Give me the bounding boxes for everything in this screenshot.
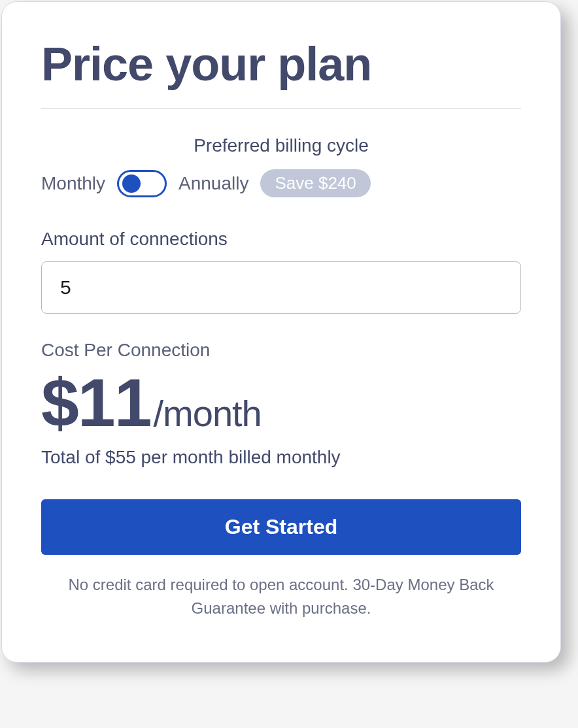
cost-per-connection-label: Cost Per Connection xyxy=(41,340,521,361)
price-period: /month xyxy=(154,392,262,435)
connections-input[interactable] xyxy=(41,261,521,314)
save-badge: Save $240 xyxy=(260,169,370,197)
billing-section: Preferred billing cycle Monthly Annually… xyxy=(41,135,521,197)
pricing-card: Price your plan Preferred billing cycle … xyxy=(1,1,561,663)
connections-label: Amount of connections xyxy=(41,229,521,250)
connections-section: Amount of connections xyxy=(41,229,521,314)
total-text: Total of $55 per month billed monthly xyxy=(41,447,521,468)
divider xyxy=(41,108,521,109)
monthly-label: Monthly xyxy=(41,173,105,194)
cost-section: Cost Per Connection $11 /month Total of … xyxy=(41,340,521,468)
annually-label: Annually xyxy=(178,173,248,194)
price-amount: $11 xyxy=(41,369,151,437)
billing-toggle-row: Monthly Annually Save $240 xyxy=(41,169,521,197)
toggle-knob xyxy=(122,174,141,193)
get-started-button[interactable]: Get Started xyxy=(41,499,521,555)
disclaimer-text: No credit card required to open account.… xyxy=(41,573,521,620)
billing-cycle-label: Preferred billing cycle xyxy=(41,135,521,156)
billing-toggle[interactable] xyxy=(117,170,167,197)
page-title: Price your plan xyxy=(41,39,521,90)
price-display: $11 /month xyxy=(41,369,521,437)
